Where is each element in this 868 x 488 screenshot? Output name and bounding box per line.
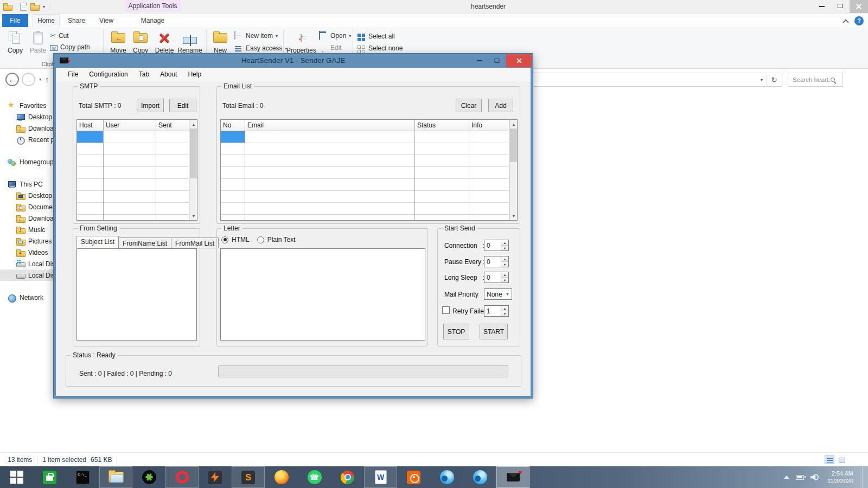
sidebar-item-desktop-pc[interactable]: Desktop	[0, 190, 53, 201]
sidebar-item-pictures[interactable]: Pictures	[0, 235, 53, 247]
column-header-no[interactable]: No	[221, 120, 245, 131]
start-button[interactable]: START	[480, 324, 508, 339]
minimize-button[interactable]	[472, 54, 487, 67]
taskbar-command-prompt[interactable]: C:\_	[66, 466, 99, 488]
search-input[interactable]	[788, 76, 831, 83]
move-button[interactable]: ← Move	[107, 29, 129, 54]
taskbar-windows-store[interactable]	[33, 466, 66, 488]
sidebar-item-local-disk-d[interactable]: Local Disk	[0, 269, 53, 281]
taskbar-sublime-text[interactable]: S	[232, 466, 265, 488]
minimize-ribbon-chevron-icon[interactable]	[843, 19, 848, 25]
sidebar-item-homegroup[interactable]: Homegroup	[0, 156, 53, 168]
customize-toolbar-chevron-icon[interactable]: ▾	[43, 4, 45, 9]
html-radio[interactable]	[221, 236, 228, 243]
taskbar-clock[interactable]: 2:54 AM 11/3/2020	[827, 470, 853, 485]
scroll-up-icon[interactable]: ▲	[189, 120, 197, 129]
column-header-host[interactable]: Host	[77, 120, 103, 131]
scroll-down-icon[interactable]: ▼	[189, 211, 197, 220]
menu-help[interactable]: Help	[182, 70, 207, 78]
tab-share[interactable]: Share	[63, 14, 90, 27]
search-box[interactable]	[788, 73, 843, 87]
column-header-status[interactable]: Status	[415, 120, 469, 131]
rename-button[interactable]: Rename	[177, 29, 203, 54]
column-header-sent[interactable]: Sent	[156, 120, 189, 131]
copy-to-button[interactable]: Copy	[130, 29, 151, 54]
taskbar-download-manager[interactable]	[199, 466, 232, 488]
edit-button[interactable]: Edit	[319, 43, 342, 52]
taskbar-chrome[interactable]	[331, 466, 364, 488]
taskbar-dcplusplus[interactable]	[132, 466, 165, 488]
taskbar-screen-capture[interactable]	[397, 466, 430, 488]
up-button[interactable]: ↑	[45, 75, 49, 84]
taskbar-opera[interactable]	[165, 466, 199, 488]
thumbnails-view-button[interactable]	[837, 455, 846, 464]
sidebar-item-download[interactable]: ↓Download	[0, 123, 53, 134]
search-icon[interactable]	[831, 78, 835, 82]
checklist-icon[interactable]	[20, 3, 27, 11]
sidebar-item-network[interactable]: Network	[0, 292, 53, 303]
clear-button[interactable]: Clear	[456, 99, 482, 112]
taskbar-heartsender[interactable]: ♥	[496, 466, 529, 488]
taskbar-firefox[interactable]	[265, 466, 298, 488]
folder-icon[interactable]	[30, 2, 39, 11]
letter-body-textarea[interactable]	[220, 248, 425, 341]
vertical-scrollbar[interactable]: ▲ ▼	[189, 120, 197, 220]
folder-icon[interactable]	[3, 2, 12, 11]
help-icon[interactable]: ?	[854, 16, 864, 25]
subject-list-textarea[interactable]	[76, 248, 197, 341]
vertical-scrollbar[interactable]: ▲ ▼	[509, 120, 518, 220]
tab-subject-list[interactable]: Subject List	[76, 236, 119, 248]
tab-fromname-list[interactable]: FromName List	[119, 237, 171, 248]
menu-file[interactable]: File	[62, 70, 84, 78]
details-view-button[interactable]	[825, 455, 834, 464]
copy-path-button[interactable]: W Copy path	[50, 43, 90, 51]
spin-up-icon[interactable]: ▲	[501, 256, 508, 262]
tab-home[interactable]: Home	[33, 14, 60, 27]
stop-button[interactable]: STOP	[443, 324, 469, 339]
sidebar-item-videos[interactable]: ▸Videos	[0, 247, 53, 258]
selected-cell[interactable]	[77, 131, 103, 143]
sidebar-item-documents[interactable]: Documents	[0, 201, 53, 213]
select-none-button[interactable]: Select none	[357, 43, 403, 53]
long-sleep-spinner[interactable]: 0 ▲▼	[484, 272, 509, 283]
column-header-info[interactable]: Info	[469, 120, 509, 131]
sidebar-item-favorites[interactable]: Favorites	[0, 100, 53, 111]
delete-button[interactable]: Delete	[153, 29, 176, 54]
taskbar-file-explorer[interactable]	[99, 466, 132, 488]
sidebar-item-this-pc[interactable]: This PC	[0, 178, 53, 190]
selected-cell[interactable]	[221, 131, 245, 143]
open-button[interactable]: Open▾	[319, 31, 351, 40]
maximize-button[interactable]	[489, 54, 505, 67]
cut-button[interactable]: ✂ Cut	[50, 31, 69, 40]
add-button[interactable]: Add	[488, 99, 513, 112]
spin-up-icon[interactable]: ▲	[501, 306, 508, 311]
volume-icon[interactable]	[810, 474, 819, 481]
tab-manage[interactable]: Manage	[125, 14, 181, 27]
sidebar-item-recent-places[interactable]: Recent places	[0, 134, 53, 145]
scroll-down-icon[interactable]: ▼	[509, 211, 518, 220]
scrollbar-thumb[interactable]	[190, 129, 197, 178]
tab-file[interactable]: File	[2, 14, 28, 27]
close-button[interactable]	[506, 54, 532, 67]
copy-button[interactable]: Copy	[4, 29, 26, 54]
refresh-icon[interactable]: ↻	[767, 76, 782, 84]
battery-icon[interactable]	[796, 475, 804, 480]
import-button[interactable]: Import	[137, 99, 164, 112]
sidebar-item-music[interactable]: ♪Music	[0, 224, 53, 235]
plain-text-radio[interactable]	[257, 236, 264, 243]
taskbar-word[interactable]: W	[364, 466, 397, 488]
connection-spinner[interactable]: 0 ▲▼	[484, 240, 509, 251]
pause-every-spinner[interactable]: 0 ▲▼	[484, 256, 509, 267]
spin-up-icon[interactable]: ▲	[501, 240, 508, 246]
sidebar-item-downloads[interactable]: ↓Downloads	[0, 213, 53, 224]
column-header-email[interactable]: Email	[245, 120, 414, 131]
properties-button[interactable]: ✓ Properties	[286, 29, 316, 54]
new-folder-button[interactable]: New	[209, 29, 231, 54]
paste-button[interactable]: Paste	[27, 29, 49, 54]
select-all-button[interactable]: Select all	[357, 31, 395, 41]
taskbar-whatsapp[interactable]: ☎	[298, 466, 331, 488]
menu-configuration[interactable]: Configuration	[84, 70, 133, 78]
new-item-button[interactable]: New item▾	[234, 31, 278, 40]
forward-button[interactable]: →	[22, 73, 35, 86]
sidebar-item-desktop[interactable]: Desktop	[0, 111, 53, 123]
